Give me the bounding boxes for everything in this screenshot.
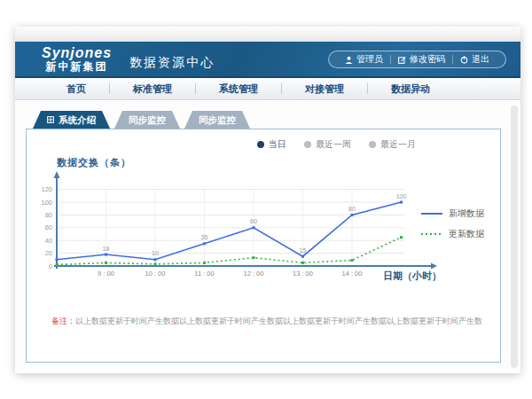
svg-text:80: 80 (348, 206, 356, 212)
nav-item-2[interactable]: 标准管理 (110, 82, 195, 96)
content-area: 系统介绍同步监控同步监控 当日最近一周最近一月 数据交换（条） 02040608… (15, 100, 520, 373)
tab-bar: 系统介绍同步监控同步监控 (33, 111, 254, 129)
svg-text:40: 40 (45, 237, 52, 245)
radio-dot (304, 141, 311, 148)
svg-text:12 : 00: 12 : 00 (244, 270, 264, 278)
logout-icon (460, 56, 468, 64)
logo-primary: Synjones (42, 46, 112, 61)
legend-label: 更新数据 (449, 228, 484, 240)
svg-text:120: 120 (41, 185, 52, 193)
tab-label: 同步监控 (199, 111, 236, 129)
legend-item-2: 更新数据 (421, 228, 484, 240)
svg-text:13 : 00: 13 : 00 (293, 270, 313, 278)
window-top-strip (15, 27, 520, 42)
time-filter-option-2[interactable]: 最近一周 (304, 138, 351, 151)
svg-text:100: 100 (41, 199, 52, 207)
svg-text:20: 20 (45, 249, 52, 257)
nav-item-1[interactable]: 首页 (43, 82, 109, 96)
svg-text:10: 10 (152, 250, 159, 256)
legend-label: 新增数据 (449, 207, 484, 220)
tab-label: 系统介绍 (59, 111, 96, 129)
nav-item-5[interactable]: 数据异动 (368, 82, 453, 96)
radio-label: 当日 (269, 138, 286, 151)
y-axis-title: 数据交换（条） (57, 156, 131, 169)
user-menu-item-2[interactable]: 修改密码 (391, 53, 452, 66)
svg-text:15: 15 (300, 247, 307, 254)
user-menu-item-1[interactable]: 管理员 (338, 53, 390, 66)
header: Synjones 新中新集团 数据资源中心 管理员修改密码退出 (15, 42, 520, 78)
svg-text:80: 80 (45, 211, 52, 219)
svg-text:60: 60 (45, 223, 52, 231)
tab-label: 同步监控 (129, 111, 166, 129)
svg-text:10 : 00: 10 : 00 (145, 270, 166, 278)
legend-swatch (421, 211, 442, 216)
svg-text:0: 0 (49, 262, 52, 270)
vertical-scrollbar[interactable] (511, 106, 518, 368)
svg-text:9 : 00: 9 : 00 (98, 270, 114, 278)
grid-icon (47, 116, 54, 123)
user-menu-label: 修改密码 (410, 53, 445, 66)
svg-text:14 : 00: 14 : 00 (342, 270, 363, 278)
edit-icon (398, 56, 406, 64)
time-filter-option-1[interactable]: 当日 (257, 138, 286, 151)
chart-container: 0204060801001209 : 0010 : 0011 : 0012 : … (35, 168, 443, 282)
svg-text:35: 35 (201, 234, 208, 240)
x-axis-title: 日期（小时） (383, 270, 442, 283)
user-menu-item-3[interactable]: 退出 (453, 53, 497, 66)
user-menu-label: 管理员 (356, 53, 383, 66)
radio-dot (257, 141, 264, 148)
tab-2[interactable]: 同步监控 (114, 111, 180, 129)
page-title: 数据资源中心 (129, 55, 215, 71)
app-window: Synjones 新中新集团 数据资源中心 管理员修改密码退出 首页标准管理系统… (15, 27, 520, 373)
nav-item-3[interactable]: 系统管理 (196, 82, 281, 96)
footnote-text: 以上数据更新于时间产生数据以上数据更新于时间产生数据以上数据更新于时间产生数据以… (75, 317, 482, 325)
time-filter-option-3[interactable]: 最近一月 (369, 138, 416, 151)
svg-text:100: 100 (396, 193, 407, 200)
logo-secondary: 新中新集团 (42, 61, 112, 73)
chart-panel: 当日最近一周最近一月 数据交换（条） 0204060801001209 : 00… (26, 129, 501, 363)
radio-dot (369, 141, 376, 148)
legend-item-1: 新增数据 (421, 207, 484, 220)
footnote: 备注：以上数据更新于时间产生数据以上数据更新于时间产生数据以上数据更新于时间产生… (51, 316, 482, 327)
footnote-label: 备注： (51, 317, 75, 325)
nav-item-4[interactable]: 对接管理 (282, 82, 367, 96)
svg-text:60: 60 (250, 218, 257, 224)
user-menu-label: 退出 (472, 53, 489, 66)
tab-1[interactable]: 系统介绍 (33, 111, 110, 129)
radio-label: 最近一周 (316, 138, 351, 151)
chart-legend: 新增数据更新数据 (421, 207, 484, 240)
radio-label: 最近一月 (380, 138, 416, 151)
main-nav: 首页标准管理系统管理对接管理数据异动 (15, 78, 520, 100)
tab-3[interactable]: 同步监控 (184, 111, 250, 129)
user-icon (345, 56, 353, 64)
svg-text:11 : 00: 11 : 00 (194, 270, 214, 278)
svg-text:18: 18 (103, 246, 110, 252)
user-menu: 管理员修改密码退出 (328, 51, 506, 68)
logo: Synjones 新中新集团 (42, 46, 112, 72)
legend-swatch (421, 231, 442, 237)
time-filter: 当日最近一周最近一月 (257, 138, 416, 151)
line-chart: 0204060801001209 : 0010 : 0011 : 0012 : … (35, 168, 443, 282)
